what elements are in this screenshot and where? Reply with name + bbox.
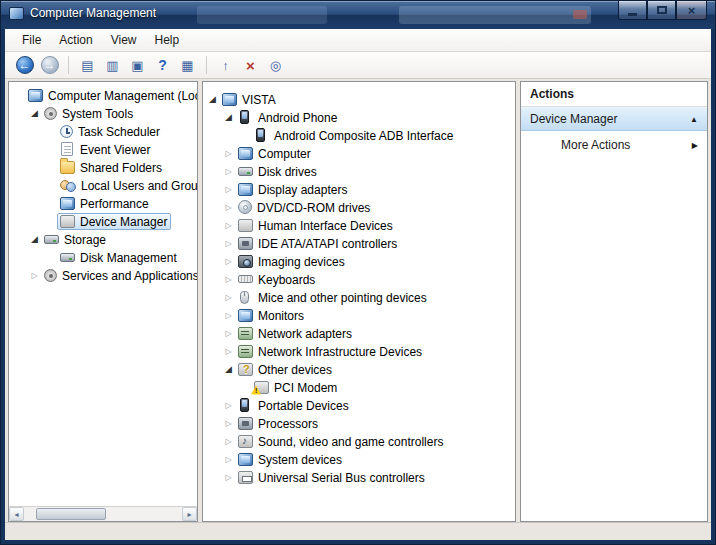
twisty-collapsed-icon[interactable]: ▷ bbox=[28, 271, 41, 280]
tree-item-adb-interface[interactable]: Android Composite ADB Interface bbox=[203, 126, 515, 144]
tree-item-services-and-applications[interactable]: ▷Services and Applications bbox=[9, 266, 197, 284]
tree-item-imaging-devices[interactable]: ▷Imaging devices bbox=[203, 252, 515, 270]
twisty-collapsed-icon[interactable]: ▷ bbox=[222, 149, 235, 158]
show-action-pane-button[interactable]: ▦ bbox=[176, 54, 199, 77]
tree-item-usb-controllers[interactable]: ▷Universal Serial Bus controllers bbox=[203, 468, 515, 486]
twisty-collapsed-icon[interactable]: ▷ bbox=[222, 293, 235, 302]
actions-header-label: Actions bbox=[530, 87, 574, 101]
tree-item-other-devices[interactable]: ◢Other devices bbox=[203, 360, 515, 378]
tree-item-keyboards[interactable]: ▷Keyboards bbox=[203, 270, 515, 288]
minimize-button[interactable] bbox=[618, 1, 647, 20]
twisty-expanded-icon[interactable]: ◢ bbox=[28, 234, 41, 244]
tree-item-system-tools[interactable]: ◢System Tools bbox=[9, 104, 197, 122]
tree-item-label: Network Infrastructure Devices bbox=[258, 344, 422, 359]
keyboards-icon bbox=[238, 275, 253, 283]
uninstall-button[interactable]: × bbox=[239, 54, 262, 77]
horizontal-scrollbar[interactable]: ◂ ▸ bbox=[9, 506, 197, 521]
tree-item-network-adapters[interactable]: ▷Network adapters bbox=[203, 324, 515, 342]
twisty-collapsed-icon[interactable]: ▷ bbox=[222, 329, 235, 338]
twisty-expanded-icon[interactable]: ◢ bbox=[206, 94, 219, 104]
tree-item-device-manager[interactable]: Device Manager bbox=[9, 212, 197, 230]
scrollbar-track[interactable] bbox=[24, 507, 182, 521]
show-console-tree-button[interactable]: ▤ bbox=[76, 54, 99, 77]
menu-view[interactable]: View bbox=[102, 30, 146, 50]
other-devices-icon bbox=[238, 363, 253, 376]
collapse-chevron-icon[interactable] bbox=[690, 115, 698, 124]
ide-ata-atapi-controllers-icon bbox=[238, 237, 253, 250]
titlebar[interactable]: Computer Management × bbox=[1, 1, 715, 29]
properties-button[interactable]: ▣ bbox=[126, 54, 149, 77]
twisty-collapsed-icon[interactable]: ▷ bbox=[222, 221, 235, 230]
action-more-actions[interactable]: More Actions bbox=[521, 133, 707, 157]
tree-item-computer[interactable]: ◢VISTA bbox=[203, 90, 515, 108]
tree-item-task-scheduler[interactable]: Task Scheduler bbox=[9, 122, 197, 140]
maximize-button[interactable] bbox=[647, 1, 676, 20]
tree-item-disk-drives[interactable]: ▷Disk drives bbox=[203, 162, 515, 180]
tree-item-pci-modem[interactable]: PCI Modem bbox=[203, 378, 515, 396]
back-button[interactable]: ← bbox=[13, 54, 36, 77]
tree-item-performance[interactable]: Performance bbox=[9, 194, 197, 212]
tree-item-label: System devices bbox=[258, 452, 342, 467]
tree-item-label: Processors bbox=[258, 416, 318, 431]
dvd-cd-rom-drives-icon bbox=[238, 200, 252, 214]
tree-item-android-phone[interactable]: ◢Android Phone bbox=[203, 108, 515, 126]
menu-bar: FileActionViewHelp bbox=[5, 29, 711, 52]
tree-item-monitors[interactable]: ▷Monitors bbox=[203, 306, 515, 324]
tree-item-portable-devices[interactable]: ▷Portable Devices bbox=[203, 396, 515, 414]
back-icon: ← bbox=[16, 56, 34, 74]
tree-item-mice[interactable]: ▷Mice and other pointing devices bbox=[203, 288, 515, 306]
twisty-collapsed-icon[interactable]: ▷ bbox=[222, 275, 235, 284]
tree-item-system-devices[interactable]: ▷System devices bbox=[203, 450, 515, 468]
twisty-collapsed-icon[interactable]: ▷ bbox=[222, 257, 235, 266]
forward-button[interactable]: → bbox=[38, 54, 61, 77]
tree-item-sound-video-game-controllers[interactable]: ▷Sound, video and game controllers bbox=[203, 432, 515, 450]
twisty-collapsed-icon[interactable]: ▷ bbox=[222, 311, 235, 320]
tree-item-shared-folders[interactable]: Shared Folders bbox=[9, 158, 197, 176]
tree-item-display-adapters[interactable]: ▷Display adapters bbox=[203, 180, 515, 198]
action-label: More Actions bbox=[561, 138, 630, 152]
tree-item-human-interface-devices[interactable]: ▷Human Interface Devices bbox=[203, 216, 515, 234]
tree-item-storage[interactable]: ◢Storage bbox=[9, 230, 197, 248]
tree-item-network-infrastructure-devices[interactable]: ▷Network Infrastructure Devices bbox=[203, 342, 515, 360]
tree-item-dvd-cd-rom-drives[interactable]: ▷DVD/CD-ROM drives bbox=[203, 198, 515, 216]
twisty-collapsed-icon[interactable]: ▷ bbox=[222, 185, 235, 194]
close-button[interactable]: × bbox=[676, 1, 707, 20]
twisty-collapsed-icon[interactable]: ▷ bbox=[222, 401, 235, 410]
twisty-collapsed-icon[interactable]: ▷ bbox=[222, 167, 235, 176]
twisty-collapsed-icon[interactable]: ▷ bbox=[222, 347, 235, 356]
tree-item-label: Portable Devices bbox=[258, 398, 349, 413]
tree-item-disk-management[interactable]: Disk Management bbox=[9, 248, 197, 266]
tree-item-computer-management[interactable]: Computer Management (Local bbox=[9, 86, 197, 104]
help-button[interactable]: ? bbox=[151, 54, 174, 77]
twisty-collapsed-icon[interactable]: ▷ bbox=[222, 203, 235, 212]
scroll-right-button[interactable]: ▸ bbox=[182, 507, 197, 521]
tree-item-ide-ata-atapi-controllers[interactable]: ▷IDE ATA/ATAPI controllers bbox=[203, 234, 515, 252]
menu-action[interactable]: Action bbox=[50, 30, 101, 50]
twisty-expanded-icon[interactable]: ◢ bbox=[28, 108, 41, 118]
twisty-expanded-icon[interactable]: ◢ bbox=[222, 364, 235, 374]
twisty-collapsed-icon[interactable]: ▷ bbox=[222, 419, 235, 428]
tree-item-computer-node[interactable]: ▷Computer bbox=[203, 144, 515, 162]
menu-file[interactable]: File bbox=[13, 30, 50, 50]
warning-badge-icon bbox=[251, 386, 261, 395]
tree-item-label: PCI Modem bbox=[274, 380, 337, 395]
tree-item-event-viewer[interactable]: Event Viewer bbox=[9, 140, 197, 158]
update-driver-button[interactable]: ↑ bbox=[214, 54, 237, 77]
scan-hardware-button[interactable]: ◎ bbox=[264, 54, 287, 77]
more-actions-chevron-icon[interactable] bbox=[692, 141, 698, 150]
tree-item-label: Storage bbox=[64, 232, 106, 247]
twisty-expanded-icon[interactable]: ◢ bbox=[222, 112, 235, 122]
tree-item-local-users-and-groups[interactable]: Local Users and Groups bbox=[9, 176, 197, 194]
action-device-manager[interactable]: Device Manager bbox=[521, 107, 707, 131]
menu-help[interactable]: Help bbox=[146, 30, 189, 50]
tree-item-processors[interactable]: ▷Processors bbox=[203, 414, 515, 432]
twisty-collapsed-icon[interactable]: ▷ bbox=[222, 437, 235, 446]
scroll-left-button[interactable]: ◂ bbox=[9, 507, 24, 521]
twisty-collapsed-icon[interactable]: ▷ bbox=[222, 239, 235, 248]
twisty-collapsed-icon[interactable]: ▷ bbox=[222, 473, 235, 482]
scrollbar-thumb[interactable] bbox=[36, 508, 106, 520]
export-list-button[interactable]: ▥ bbox=[101, 54, 124, 77]
help-icon: ? bbox=[158, 58, 167, 72]
tree-item-label: Network adapters bbox=[258, 326, 352, 341]
twisty-collapsed-icon[interactable]: ▷ bbox=[222, 455, 235, 464]
